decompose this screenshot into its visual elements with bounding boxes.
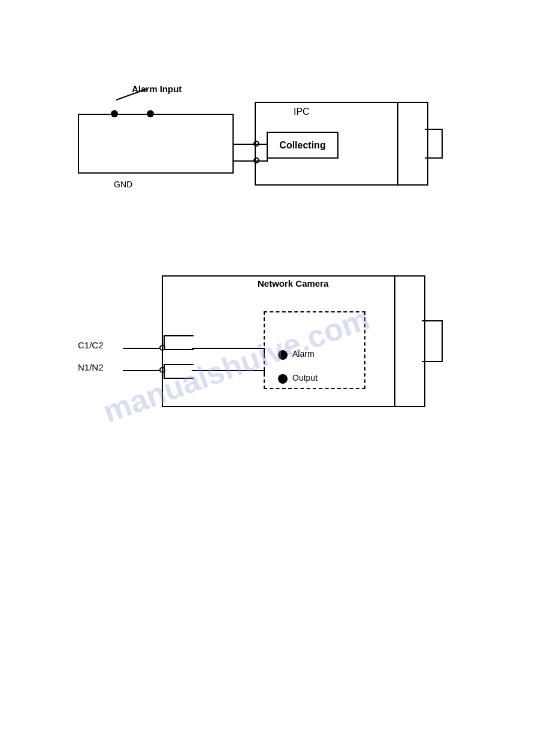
output-dot (278, 374, 288, 384)
diagram2-alarm-output: C1/C2 N1/N2 Network Camera Alarm Output (78, 257, 461, 425)
ipc-line-top (256, 144, 268, 145)
camera-body-right2 (395, 275, 425, 407)
connect-line-top (234, 144, 256, 145)
camera-body-right (398, 102, 428, 186)
ipc-line-bottom (256, 160, 268, 162)
network-camera-label: Network Camera (258, 278, 328, 289)
alarm-input-label: Alarm Input (132, 84, 182, 94)
c1c2-label: C1/C2 (78, 340, 104, 350)
wire-c1c2 (123, 348, 162, 349)
diagram1-alarm-input: Alarm Input GND IPC Collecting (78, 84, 449, 215)
output-text: Output (292, 373, 318, 382)
circuit-box-left (78, 114, 234, 174)
collecting-box: Collecting (267, 132, 338, 159)
camera-lens-2 (422, 320, 443, 362)
n1n2-label: N1/N2 (78, 362, 104, 372)
alarm-text: Alarm (292, 349, 315, 359)
alarm-dot (278, 350, 288, 360)
gnd-label: GND (114, 180, 132, 189)
ipc-label: IPC (294, 107, 310, 117)
connect-line-bottom (234, 160, 256, 162)
camera-lens-1 (425, 129, 443, 159)
page: Alarm Input GND IPC Collecting (0, 0, 535, 756)
collecting-label: Collecting (279, 140, 325, 151)
wire-n1n2 (123, 370, 162, 371)
